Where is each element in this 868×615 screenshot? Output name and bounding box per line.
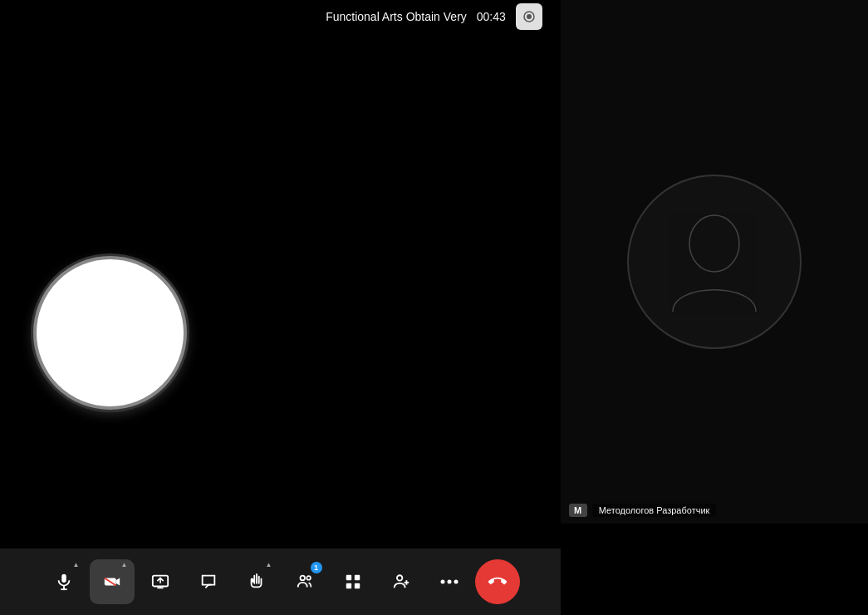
add-user-icon [392,573,410,591]
svg-point-10 [306,576,311,580]
participant-badge: M [569,504,587,517]
end-call-button[interactable] [475,559,520,604]
camera-icon [103,573,121,591]
add-user-button[interactable] [379,559,424,604]
apps-button[interactable] [331,559,375,604]
svg-rect-11 [346,575,351,580]
meeting-title: Functional Arts Obtain Very [326,10,467,23]
camera-button[interactable]: ▲ [90,559,135,604]
participant-name: Методологов Разработчик [592,504,717,517]
svg-point-15 [396,575,401,580]
participants-button[interactable]: 1 [282,559,327,604]
svg-point-2 [689,215,739,272]
svg-point-19 [447,580,451,584]
chat-icon [199,573,218,591]
participants-badge: 1 [311,562,322,573]
svg-rect-12 [354,575,359,580]
main-video-area [0,0,561,615]
record-button[interactable] [516,3,542,30]
participant-avatar [627,175,802,349]
right-panel: M Методологов Разработчик [561,0,868,615]
participant-video-area: M Методологов Разработчик [561,0,868,524]
apps-icon [344,573,362,591]
svg-point-9 [300,576,305,581]
toolbar: ▲ ▲ ▲ [0,549,561,615]
hand-arrow-up: ▲ [266,561,272,568]
hand-icon [248,573,266,591]
svg-point-1 [527,14,532,19]
local-avatar [33,256,187,410]
end-call-icon [488,573,507,591]
mic-arrow-up: ▲ [73,561,80,568]
avatar-silhouette [648,195,781,328]
top-bar: Functional Arts Obtain Very 00:43 [0,0,868,33]
svg-rect-3 [61,574,66,583]
participants-icon [296,573,314,591]
participant-name-bar: M Методологов Разработчик [561,504,868,517]
meeting-timer: 00:43 [477,10,506,23]
more-icon [440,578,459,585]
chat-button[interactable] [186,559,231,604]
share-screen-button[interactable] [138,559,183,604]
svg-rect-13 [346,583,351,588]
mic-icon [55,573,73,591]
camera-arrow-up: ▲ [121,561,128,568]
mic-button[interactable]: ▲ [42,559,86,604]
svg-point-18 [440,580,444,584]
share-icon [151,573,169,591]
svg-rect-14 [354,583,359,588]
raise-hand-button[interactable]: ▲ [234,559,279,604]
svg-point-20 [454,580,458,584]
more-button[interactable] [427,559,472,604]
